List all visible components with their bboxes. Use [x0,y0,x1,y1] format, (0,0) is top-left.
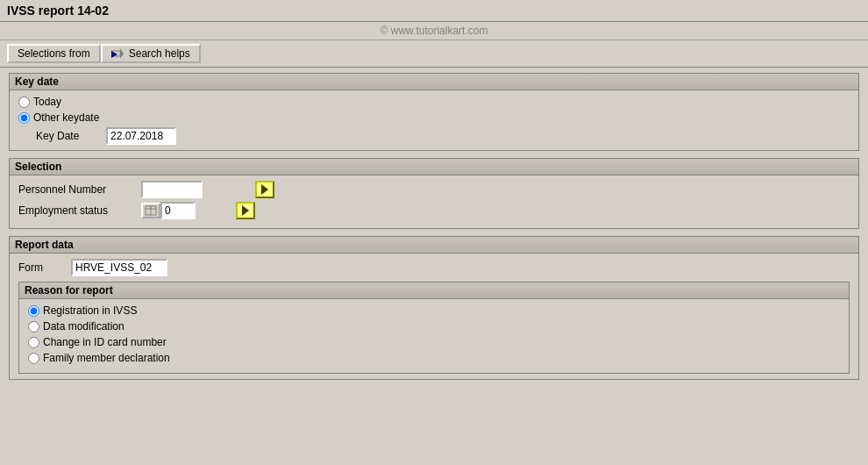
today-label: Today [33,96,61,108]
employment-status-row: Employment status [18,202,850,219]
reason-for-report-box: Reason for report Registration in IVSS D… [18,282,850,374]
employment-status-nav-button[interactable] [236,202,255,219]
report-data-section: Report data Form Reason for report Regis… [9,236,859,380]
today-radio-row: Today [18,96,850,108]
reason-label-0: Registration in IVSS [43,304,137,317]
reason-for-report-header: Reason for report [19,283,849,299]
form-input[interactable] [71,259,167,276]
key-date-input[interactable] [106,127,176,145]
title-bar: IVSS report 14-02 [0,0,868,22]
employment-status-icon-button[interactable] [141,203,160,218]
key-date-field-label: Key Date [36,130,106,142]
svg-marker-6 [242,205,249,216]
reason-radio-1[interactable] [28,321,39,333]
personnel-number-input[interactable] [141,181,203,198]
emp-nav-arrow-icon [240,205,251,216]
selection-content: Personnel Number Employment status [10,175,858,228]
window-title: IVSS report 14-02 [7,4,109,18]
arrow-icon [111,48,124,59]
main-content: Key date Today Other keydate Key Date Se… [0,68,868,392]
key-date-field-row: Key Date [36,127,850,145]
personnel-number-label: Personnel Number [18,183,141,196]
emp-icon [145,205,157,216]
report-data-header: Report data [10,237,858,254]
reason-label-1: Data modification [43,320,125,333]
selections-from-button[interactable]: Selections from [7,44,101,63]
today-radio[interactable] [18,97,30,108]
personnel-number-row: Personnel Number [18,181,850,198]
watermark-bar: © www.tutorialkart.com [0,22,868,40]
svg-rect-0 [111,51,120,56]
nav-arrow-icon [260,184,270,195]
reason-radio-row-2: Change in ID card number [28,336,840,348]
reason-radio-row-0: Registration in IVSS [28,304,840,317]
other-keydate-label: Other keydate [33,111,99,124]
employment-status-input[interactable] [160,202,196,219]
reason-radio-2[interactable] [28,337,39,348]
personnel-number-nav-button[interactable] [255,181,274,198]
employment-status-label: Employment status [18,204,141,217]
reason-content: Registration in IVSS Data modification C… [19,299,849,373]
reason-label-3: Family member declaration [43,352,170,364]
watermark-text: © www.tutorialkart.com [381,25,488,37]
other-keydate-radio[interactable] [18,112,30,124]
form-label: Form [18,261,71,274]
selection-header: Selection [10,159,858,175]
reason-label-2: Change in ID card number [43,336,167,348]
search-helps-button[interactable]: Search helps [101,44,201,63]
other-keydate-radio-row: Other keydate [18,111,850,124]
reason-radio-3[interactable] [28,353,39,364]
reason-radio-0[interactable] [28,305,39,317]
selection-section: Selection Personnel Number Employment st… [9,158,859,229]
toolbar: Selections from Search helps [0,40,868,68]
key-date-header: Key date [10,74,858,90]
form-row: Form [18,259,850,276]
key-date-content: Today Other keydate Key Date [10,90,858,150]
key-date-section: Key date Today Other keydate Key Date [9,73,859,151]
svg-marker-2 [261,184,268,195]
svg-marker-1 [120,48,124,59]
reason-radio-row-3: Family member declaration [28,352,840,364]
report-data-content: Form Reason for report Registration in I… [10,254,858,379]
reason-radio-row-1: Data modification [28,320,840,333]
